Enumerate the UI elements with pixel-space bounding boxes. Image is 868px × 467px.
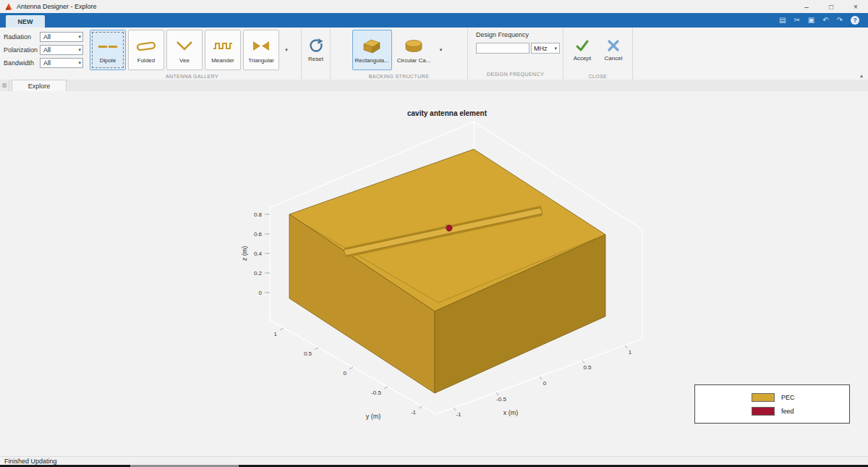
x-tick-label: -0.5: [496, 396, 506, 403]
bandwidth-dropdown[interactable]: All ▾: [40, 58, 83, 68]
y-tick-label: -0.5: [371, 390, 381, 396]
window-titlebar: Antenna Designer - Explore – □ ×: [0, 0, 868, 14]
gallery-button-triangular[interactable]: Triangular: [243, 30, 279, 70]
matlab-logo-icon: [4, 2, 13, 11]
backing-button-circular-cavity[interactable]: Circular Ca...: [394, 30, 434, 70]
section-label-design-frequency: DESIGN FREQUENCY: [468, 70, 563, 80]
reset-section: Reset: [302, 28, 331, 80]
collapse-ribbon-icon[interactable]: ▴: [860, 72, 863, 79]
radiation-filter-row: Radiation All ▾: [4, 32, 83, 42]
chevron-down-icon: ▾: [78, 47, 81, 53]
bandwidth-filter-row: Bandwidth All ▾: [4, 58, 83, 68]
copy-icon[interactable]: ▣: [808, 17, 814, 24]
z-axis-ticks: 0.8 0.6 0.4 0.2 0 z (m): [241, 211, 270, 296]
y-tick-label: 1: [274, 331, 278, 337]
gallery-button-label: Folded: [137, 57, 155, 64]
cut-icon[interactable]: ✂: [793, 17, 799, 24]
chevron-down-icon: ▾: [440, 47, 443, 53]
vee-dipole-icon: [174, 37, 195, 56]
y-tick-label: 0: [344, 370, 347, 376]
help-icon[interactable]: ?: [851, 16, 859, 25]
toolstrip-tab-bar: NEW ▤ ✂ ▣ ↶ ↷ ?: [0, 13, 868, 28]
backing-dropdown-button[interactable]: ▾: [436, 30, 446, 70]
gallery-dropdown-button[interactable]: ▾: [281, 30, 292, 70]
radiation-dropdown[interactable]: All ▾: [40, 32, 83, 42]
feed-point: [446, 225, 452, 231]
reset-icon: [308, 38, 324, 54]
rectangular-cavity-icon: [361, 37, 383, 56]
backing-button-rectangular-cavity[interactable]: Rectangula...: [352, 30, 392, 70]
z-tick-label: 0.8: [254, 211, 263, 218]
z-tick-label: 0.6: [254, 231, 263, 237]
undo-icon[interactable]: ↶: [822, 17, 828, 24]
gallery-button-meander[interactable]: Meander: [205, 30, 241, 70]
cavity-solid: [289, 149, 605, 393]
tab-new[interactable]: NEW: [6, 15, 45, 28]
backing-structure-section: Rectangula... Circular Ca... ▾ BACKING S…: [331, 28, 468, 80]
folded-dipole-icon: [135, 37, 157, 56]
dipole-icon: [97, 37, 119, 56]
gallery-button-dipole[interactable]: Dipole: [90, 30, 126, 70]
antenna-filters: Radiation All ▾ Polarization All ▾ Bandw…: [4, 32, 88, 68]
polarization-label: Polarization: [4, 46, 40, 54]
bandwidth-label: Bandwidth: [4, 59, 40, 67]
plot-legend: PEC feed: [694, 384, 850, 424]
pec-color-swatch: [752, 393, 775, 402]
minimize-button[interactable]: –: [794, 0, 819, 13]
bandwidth-value: All: [43, 59, 51, 67]
redo-icon[interactable]: ↷: [837, 17, 843, 24]
design-frequency-label: Design Frequency: [476, 31, 560, 38]
y-tick-label: -1: [411, 409, 417, 416]
gallery-button-label: Vee: [179, 57, 190, 64]
backing-button-label: Circular Ca...: [397, 57, 431, 64]
gallery-button-folded[interactable]: Folded: [128, 30, 164, 70]
triangular-bowtie-icon: [250, 37, 272, 56]
cancel-button[interactable]: Cancel: [599, 30, 628, 70]
design-frequency-input[interactable]: [476, 43, 529, 54]
gallery-button-label: Meander: [211, 57, 234, 64]
y-axis-label: y (m): [366, 413, 381, 420]
meander-dipole-icon: [212, 37, 234, 56]
status-text: Finished Updating: [4, 458, 57, 465]
accept-label: Accept: [574, 55, 591, 62]
legend-label: feed: [781, 408, 794, 415]
frequency-unit-dropdown[interactable]: MHz ▾: [531, 43, 560, 54]
reset-button[interactable]: Reset: [305, 30, 326, 70]
cancel-x-icon: [606, 38, 621, 53]
radiation-label: Radiation: [4, 33, 40, 41]
legend-entry-feed: feed: [752, 407, 849, 416]
gallery-button-vee[interactable]: Vee: [166, 30, 203, 70]
chevron-down-icon: ▾: [78, 60, 81, 66]
panel-icon[interactable]: ▥: [0, 80, 9, 91]
z-axis-label: z (m): [241, 246, 248, 261]
circular-cavity-icon: [403, 37, 425, 56]
x-tick-label: 1: [629, 349, 632, 355]
polarization-value: All: [43, 46, 51, 54]
polarization-dropdown[interactable]: All ▾: [40, 45, 83, 55]
x-tick-label: -1: [456, 411, 461, 418]
tab-explore[interactable]: Explore: [12, 80, 67, 91]
save-icon[interactable]: ▤: [779, 17, 786, 24]
reset-label: Reset: [308, 56, 323, 62]
section-label-reset: [302, 72, 330, 80]
z-tick-label: 0.2: [254, 270, 263, 277]
quick-access-toolbar: ▤ ✂ ▣ ↶ ↷ ?: [779, 16, 868, 28]
chevron-down-icon: ▾: [554, 46, 557, 51]
gallery-button-label: Dipole: [100, 57, 116, 64]
ribbon: Radiation All ▾ Polarization All ▾ Bandw…: [0, 28, 868, 80]
chevron-down-icon: ▾: [78, 34, 81, 40]
feed-color-swatch: [752, 407, 775, 416]
status-bar: Finished Updating: [0, 456, 868, 465]
gallery-button-label: Triangular: [248, 57, 274, 64]
x-tick-label: 0: [543, 380, 547, 387]
window-controls: – □ ×: [794, 0, 868, 13]
accept-button[interactable]: Accept: [568, 30, 597, 70]
maximize-button[interactable]: □: [819, 0, 843, 13]
polarization-filter-row: Polarization All ▾: [4, 45, 83, 55]
z-tick-label: 0.4: [254, 251, 263, 257]
document-tab-bar: ▥ Explore: [0, 80, 868, 92]
accept-check-icon: [575, 38, 590, 53]
close-button[interactable]: ×: [843, 0, 868, 13]
antenna-gallery-section: Radiation All ▾ Polarization All ▾ Bandw…: [0, 28, 302, 80]
close-section: Accept Cancel CLOSE: [563, 28, 633, 80]
